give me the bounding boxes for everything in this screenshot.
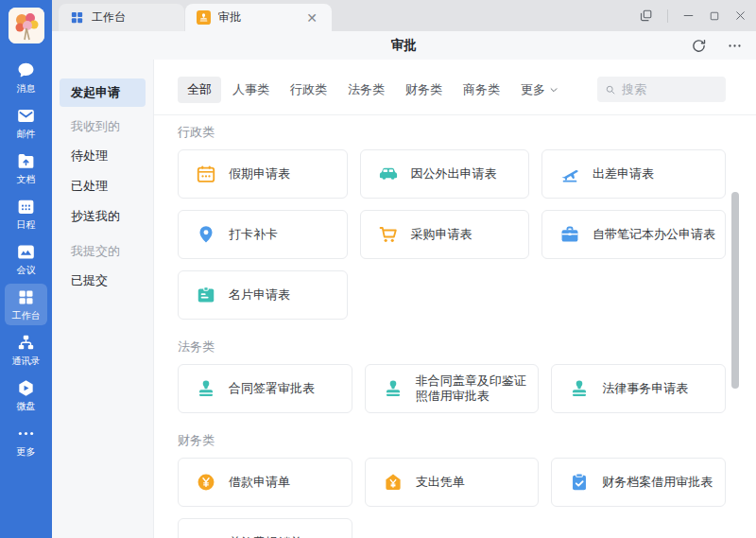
approval-card[interactable]: 打卡补卡 (178, 210, 348, 259)
filter-tab[interactable]: 人事类 (223, 77, 279, 103)
filter-label: 行政类 (290, 81, 327, 98)
idcard-icon-svg (196, 285, 216, 305)
approval-card[interactable]: 合同签署审批表 (178, 364, 352, 413)
sidebar-item-schedule[interactable]: 日程 (5, 193, 47, 234)
sidebar-item-chat[interactable]: 消息 (5, 57, 47, 98)
sidebar-item-drive[interactable]: 微盘 (5, 374, 47, 416)
approval-card[interactable]: 采购申请表 (360, 210, 530, 259)
meeting-icon (16, 242, 36, 262)
user-avatar[interactable] (9, 8, 44, 43)
cart-icon-svg (378, 224, 399, 245)
approval-card[interactable]: 名片申请表 (178, 270, 348, 320)
sidebar-item-meeting[interactable]: 会议 (5, 238, 47, 280)
sidebar-item-label: 邮件 (17, 129, 36, 140)
search-input[interactable] (622, 82, 718, 96)
app-sidebar: 消息 邮件 文档 日程 会议 工作台 通讯录 微盘 更多 (0, 0, 52, 538)
app-sidebar-items: 消息 邮件 文档 日程 会议 工作台 通讯录 微盘 更多 (0, 57, 52, 461)
sidebar-item-label: 文档 (17, 174, 36, 185)
title-bar: 审批 (52, 31, 756, 60)
approval-card-label: 借款申请单 (229, 475, 290, 490)
card-grid: 借款申请单 支出凭单 财务档案借用审批表 差旅费报销单 (178, 458, 726, 538)
more-menu-button[interactable] (727, 38, 743, 54)
approval-card[interactable]: 支出凭单 (365, 458, 540, 507)
filter-tab[interactable]: 财务类 (396, 77, 452, 103)
sidebar-item-contacts[interactable]: 通讯录 (5, 329, 47, 371)
sidebar-item-label: 工作台 (12, 310, 41, 321)
sidebar-item-mail[interactable]: 邮件 (5, 102, 47, 144)
approval-card[interactable]: 出差申请表 (541, 149, 726, 199)
filter-tab[interactable]: 商务类 (454, 77, 509, 103)
sidebar-item-label: 日程 (17, 219, 36, 231)
filter-tab[interactable]: 法务类 (338, 77, 394, 103)
sidebar-item-workbench[interactable]: 工作台 (5, 284, 47, 325)
approval-card-label: 自带笔记本办公申请表 (593, 227, 715, 242)
coin-icon (196, 472, 216, 493)
sections-container: 行政类 假期申请表 因公外出申请表 出差申请表 打卡补卡 采购申请表 自带笔记本… (178, 124, 726, 538)
mail-icon-svg (16, 106, 36, 126)
sidebar-item-label: 通讯录 (12, 356, 41, 367)
approval-card[interactable]: 自带笔记本办公申请表 (541, 210, 726, 259)
clipboard-icon-svg (569, 472, 590, 493)
drive-icon (16, 378, 36, 398)
grid-blue-icon-svg (70, 10, 84, 25)
tab-label: 审批 (218, 9, 241, 26)
sidebar-item-more[interactable]: 更多 (5, 420, 47, 461)
refresh-button[interactable] (691, 38, 707, 54)
nav-item[interactable]: 已提交 (60, 266, 146, 296)
popout-icon (639, 9, 653, 23)
approval-card[interactable]: 因公外出申请表 (360, 149, 530, 199)
filter-tab[interactable]: 全部 (178, 77, 221, 103)
nav-item[interactable]: 待处理 (60, 141, 146, 171)
docs-icon-svg (16, 151, 36, 171)
coin-icon-svg (196, 472, 216, 493)
briefcase-icon (559, 224, 580, 245)
nav-item-initiate-request[interactable]: 发起申请 (60, 78, 146, 107)
nav-groups: 我收到的待处理已处理抄送我的我提交的已提交 (60, 113, 146, 296)
filter-label: 法务类 (348, 81, 385, 98)
filter-tab[interactable]: 更多 (511, 77, 568, 103)
pin-icon (196, 224, 216, 245)
close-button[interactable] (734, 9, 747, 22)
close-icon (734, 9, 747, 22)
popout-button[interactable] (639, 9, 653, 23)
contacts-icon (16, 333, 36, 353)
approval-card[interactable]: 假期申请表 (178, 149, 348, 199)
filter-label: 财务类 (405, 81, 442, 98)
tab-close-icon[interactable]: ✕ (303, 10, 320, 26)
approval-card[interactable]: 法律事务申请表 (551, 364, 726, 413)
maximize-button[interactable] (709, 10, 720, 22)
more-icon-svg (16, 424, 36, 443)
calendar-icon (196, 164, 216, 184)
window-controls-divider (667, 9, 668, 23)
content-divider (154, 114, 756, 115)
expense-icon-svg (383, 472, 404, 493)
filter-label: 全部 (187, 81, 212, 98)
docs-icon (16, 151, 36, 171)
approval-card-label: 采购申请表 (411, 227, 472, 242)
chat-icon-svg (16, 61, 36, 80)
tab-workbench[interactable]: 工作台 (59, 4, 184, 31)
page-title: 审批 (52, 31, 756, 60)
expense-icon (383, 472, 404, 493)
filter-tab[interactable]: 行政类 (281, 77, 336, 103)
sidebar-item-label: 会议 (17, 265, 36, 276)
approval-card-label: 财务档案借用审批表 (602, 475, 713, 490)
drive-icon-svg (16, 378, 36, 398)
main-content: 全部人事类行政类法务类财务类商务类更多 行政类 假期申请表 因公外出申请表 出差… (154, 60, 756, 538)
nav-item[interactable]: 已处理 (60, 171, 146, 201)
card-grid: 假期申请表 因公外出申请表 出差申请表 打卡补卡 采购申请表 自带笔记本办公申请… (178, 149, 726, 320)
approval-card[interactable]: 财务档案借用审批表 (551, 458, 726, 507)
minimize-button[interactable] (682, 9, 695, 22)
filter-row: 全部人事类行政类法务类财务类商务类更多 (178, 77, 726, 102)
approval-card-label: 支出凭单 (416, 475, 465, 490)
tab-approval[interactable]: 审批✕ (185, 4, 332, 31)
approval-card[interactable]: 非合同盖章及印鉴证照借用审批表 (365, 364, 540, 413)
meeting-icon-svg (16, 242, 36, 262)
filter-label: 人事类 (232, 81, 269, 98)
sidebar-item-docs[interactable]: 文档 (5, 148, 47, 189)
vertical-scrollbar-thumb[interactable] (731, 192, 739, 389)
nav-item[interactable]: 抄送我的 (60, 201, 146, 232)
approval-card[interactable]: 借款申请单 (178, 458, 352, 507)
approval-card[interactable]: 差旅费报销单 (178, 518, 352, 538)
search-box[interactable] (597, 77, 726, 102)
